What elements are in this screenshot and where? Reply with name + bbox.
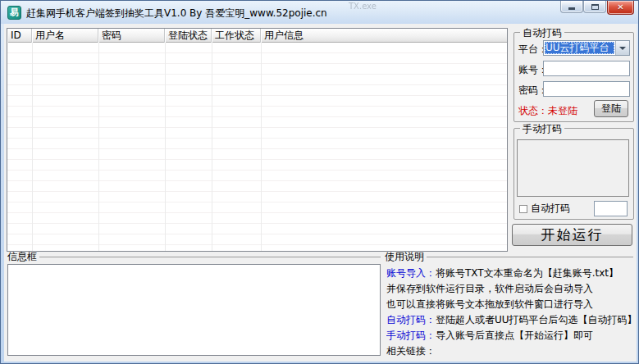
captcha-code-input[interactable] bbox=[594, 201, 628, 216]
login-button[interactable]: 登陆 bbox=[594, 100, 628, 117]
auto-captcha-group-title: 自动打码 bbox=[520, 26, 564, 40]
auto-captcha-checkbox[interactable] bbox=[519, 205, 527, 213]
instruction-label: 自动打码： bbox=[386, 314, 436, 325]
column-header-login-status[interactable]: 登陆状态 bbox=[165, 29, 212, 43]
minimize-button[interactable] bbox=[560, 1, 583, 13]
instruction-text: 将账号TXT文本重命名为【赶集账号.txt】 bbox=[436, 267, 618, 279]
column-divider bbox=[98, 43, 99, 251]
window-title: 赶集网手机客户端签到抽奖工具V1.0 By 吾爱宝明_www.52pojie.c… bbox=[26, 7, 327, 20]
instruction-line: 也可以直接将账号文本拖放到软件窗口进行导入 bbox=[386, 298, 634, 311]
instruction-text: 也可以直接将账号文本拖放到软件窗口进行导入 bbox=[386, 298, 593, 310]
column-header-username[interactable]: 用户名 bbox=[32, 29, 98, 43]
platform-select[interactable]: UU云打码平台 bbox=[543, 40, 630, 56]
info-box-title: 信息框 bbox=[7, 250, 37, 264]
login-status-label: 状态： bbox=[518, 105, 548, 116]
titlebar[interactable]: 易 赶集网手机客户端签到抽奖工具V1.0 By 吾爱宝明_www.52pojie… bbox=[1, 1, 638, 24]
column-divider bbox=[261, 43, 262, 251]
login-button-label: 登陆 bbox=[601, 102, 621, 116]
background-watermark: TX.exe bbox=[349, 2, 377, 11]
accounts-listview[interactable]: ID 用户名 密码 登陆状态 工作状态 用户信息 bbox=[7, 28, 508, 252]
platform-selected-value: UU云打码平台 bbox=[545, 42, 614, 54]
account-input[interactable] bbox=[543, 61, 630, 76]
instruction-label: 账号导入： bbox=[386, 267, 436, 279]
info-box-textarea[interactable] bbox=[7, 264, 381, 356]
instruction-line: 手动打码：导入账号后直接点【开始运行】即可 bbox=[386, 329, 634, 342]
password-input[interactable] bbox=[543, 81, 630, 97]
instruction-text: 并保存到软件运行目录，软件启动后会自动导入 bbox=[386, 283, 593, 294]
captcha-image-box bbox=[517, 139, 629, 197]
instruction-line: 并保存到软件运行目录，软件启动后会自动导入 bbox=[386, 282, 634, 295]
app-icon: 易 bbox=[7, 6, 21, 20]
manual-captcha-group-title: 手动打码 bbox=[520, 122, 564, 136]
app-window: 易 赶集网手机客户端签到抽奖工具V1.0 By 吾爱宝明_www.52pojie… bbox=[0, 0, 639, 364]
instruction-label: 手动打码： bbox=[386, 330, 436, 341]
column-divider bbox=[212, 43, 212, 251]
column-header-id[interactable]: ID bbox=[7, 29, 32, 43]
divider bbox=[39, 257, 381, 257]
column-header-work-status[interactable]: 工作状态 bbox=[212, 29, 261, 43]
chevron-down-icon bbox=[619, 47, 626, 50]
start-run-button-label: 开始运行 bbox=[541, 225, 604, 244]
column-divider bbox=[32, 43, 33, 251]
instruction-line: 相关链接： bbox=[386, 344, 634, 357]
close-icon: ✕ bbox=[617, 3, 623, 11]
instructions-header: 使用说明 bbox=[385, 252, 633, 262]
column-header-user-info[interactable]: 用户信息 bbox=[261, 29, 507, 43]
platform-dropdown-button[interactable] bbox=[615, 41, 629, 55]
login-status-value: 未登陆 bbox=[548, 105, 577, 116]
manual-captcha-group: 手动打码 自动打码 bbox=[513, 128, 634, 220]
column-divider bbox=[165, 43, 166, 251]
auto-captcha-group: 自动打码 平台： UU云打码平台 账号： 密码： 状态：未登陆 登陆 bbox=[513, 32, 634, 122]
minimize-icon bbox=[568, 7, 575, 10]
maximize-button[interactable] bbox=[583, 1, 606, 13]
instructions-title: 使用说明 bbox=[385, 250, 424, 264]
instruction-line: 账号导入：将账号TXT文本重命名为【赶集账号.txt】 bbox=[386, 266, 634, 280]
listview-header: ID 用户名 密码 登陆状态 工作状态 用户信息 bbox=[7, 29, 507, 43]
app-icon-glyph: 易 bbox=[10, 7, 19, 19]
instruction-text: 导入账号后直接点【开始运行】即可 bbox=[436, 330, 593, 341]
login-status: 状态：未登陆 bbox=[518, 104, 577, 118]
instruction-line: 自动打码：登陆超人或者UU打码平台后勾选【自动打码】 bbox=[386, 313, 634, 326]
auto-captcha-checkbox-label: 自动打码 bbox=[531, 202, 570, 216]
divider bbox=[427, 257, 633, 257]
close-button[interactable]: ✕ bbox=[607, 1, 634, 15]
maximize-icon bbox=[591, 4, 599, 10]
instruction-label: 相关链接： bbox=[386, 345, 436, 357]
info-box-header: 信息框 bbox=[7, 252, 381, 262]
auto-captcha-checkbox-row: 自动打码 bbox=[519, 202, 570, 216]
column-header-password[interactable]: 密码 bbox=[98, 29, 165, 43]
listview-body[interactable] bbox=[7, 43, 507, 251]
start-run-button[interactable]: 开始运行 bbox=[512, 224, 632, 246]
instruction-text: 登陆超人或者UU打码平台后勾选【自动打码】 bbox=[436, 314, 634, 325]
